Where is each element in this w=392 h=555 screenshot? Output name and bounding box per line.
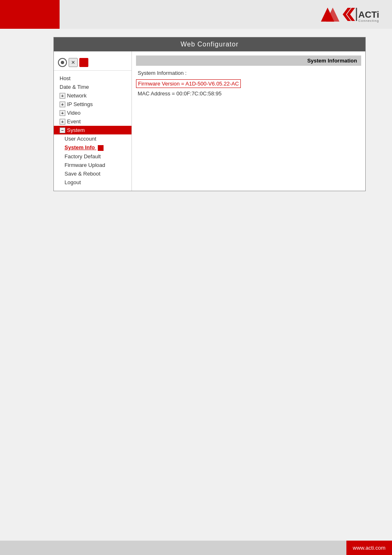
configurator-title: Web Configurator [54,37,365,51]
circle-button[interactable] [58,58,67,67]
system-label: System [67,127,85,133]
configurator-body: ✕ Host Date & Time + Network [54,51,365,191]
sidebar-item-ipsettings[interactable]: + IP Settings [54,100,131,109]
firmware-value: Firmware Version = A1D-500-V6.05.22-AC [136,79,241,88]
sidebar-subitem-user-account[interactable]: User Account [54,134,131,143]
svg-text:ACTi: ACTi [358,9,379,20]
mac-value: MAC Address = 00:0F:7C:0C:58:95 [136,90,361,97]
main-content: Web Configurator ✕ Host Date & Time [53,37,380,534]
system-active-indicator [88,127,94,133]
configurator: Web Configurator ✕ Host Date & Time [53,37,366,191]
sidebar-item-network[interactable]: + Network [54,91,131,100]
section-header: System Information [136,56,361,66]
svg-rect-5 [356,8,357,21]
close-button[interactable]: ✕ [69,58,78,67]
sidebar-item-event[interactable]: + Event [54,117,131,126]
sidebar-subitem-system-info[interactable]: System Info [54,143,131,152]
network-expander: + [60,93,65,99]
system-info-indicator [98,145,104,151]
sidebar-subitem-factory-default[interactable]: Factory Default [54,152,131,161]
acti-logo-icon [321,7,339,22]
footer-link[interactable]: www.acti.com [346,541,392,555]
ipsettings-expander: + [60,102,65,107]
video-label: Video [67,110,81,116]
system-info-label: System Info [65,144,95,150]
network-label: Network [67,92,87,99]
header: ACTi Connecting Vision [0,0,392,29]
sidebar-subitem-logout[interactable]: Logout [54,178,131,187]
logo-area: ACTi Connecting Vision [321,6,380,23]
video-expander: + [60,110,65,116]
red-button[interactable] [79,58,88,67]
footer: www.acti.com [0,541,392,555]
datetime-label: Date & Time [60,84,89,90]
sidebar-item-datetime[interactable]: Date & Time [54,83,131,91]
sidebar: ✕ Host Date & Time + Network [54,51,132,191]
acti-text-logo: ACTi Connecting Vision [343,6,380,23]
header-red-block [0,0,60,29]
ipsettings-label: IP Settings [67,101,93,107]
sidebar-item-host[interactable]: Host [54,74,131,83]
info-label: System Information : [136,69,361,77]
sidebar-item-video[interactable]: + Video [54,109,131,117]
content-area: System Information System Information : … [132,51,365,191]
sidebar-subitem-firmware-upload[interactable]: Firmware Upload [54,161,131,169]
sidebar-item-system[interactable]: − System [54,126,131,134]
sidebar-subitem-save-reboot[interactable]: Save & Reboot [54,169,131,178]
svg-text:Connecting Vision: Connecting Vision [358,19,380,23]
toolbar-row: ✕ [54,56,131,71]
event-label: Event [67,118,81,125]
host-label: Host [60,75,71,81]
event-expander: + [60,119,65,125]
system-expander: − [60,127,65,133]
